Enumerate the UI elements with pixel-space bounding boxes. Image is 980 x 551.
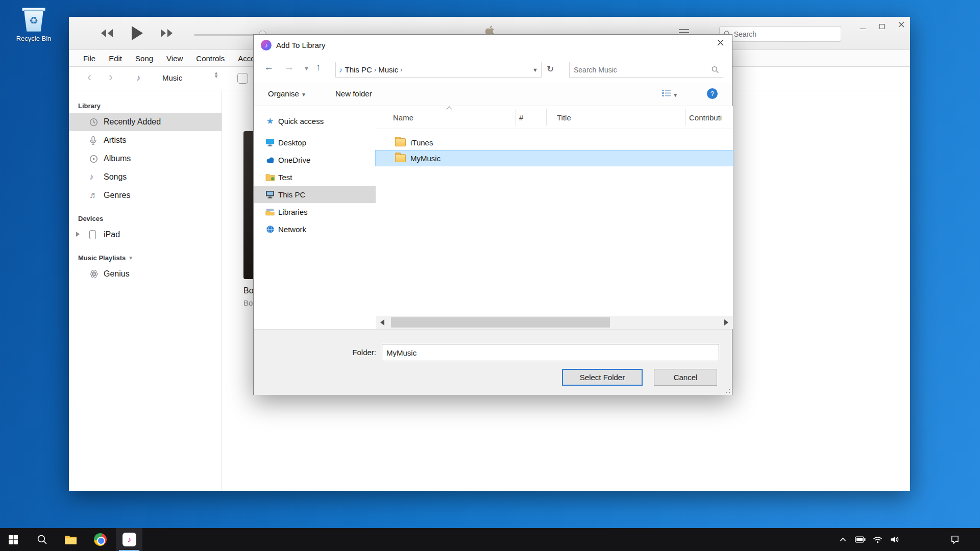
help-icon[interactable]: ? <box>707 88 718 99</box>
sidebar-item-genres[interactable]: ♬ Genres <box>69 186 222 205</box>
column-number[interactable]: # <box>519 113 523 122</box>
organise-menu-button[interactable]: Organise ▼ <box>268 89 306 98</box>
recycle-bin-icon: ♻ <box>22 6 45 33</box>
select-folder-button[interactable]: Select Folder <box>562 369 643 386</box>
itunes-taskbar-button[interactable]: ♪ <box>116 528 142 551</box>
sort-ascending-icon[interactable] <box>446 106 452 112</box>
scroll-left-icon[interactable] <box>380 319 384 325</box>
horizontal-scrollbar[interactable] <box>376 316 733 329</box>
breadcrumb-this-pc[interactable]: This PC <box>343 65 374 74</box>
nav-item-quick-access[interactable]: ★ Quick access <box>254 112 376 130</box>
itunes-search-box <box>719 26 841 42</box>
sidebar-item-artists[interactable]: Artists <box>69 131 222 149</box>
volume-icon[interactable] <box>886 528 903 551</box>
nav-item-this-pc[interactable]: This PC <box>254 186 376 203</box>
dialog-file-list: Name # Title Contributi iTunes MyMusic <box>376 106 733 316</box>
scrollbar-thumb[interactable] <box>391 317 610 328</box>
sidebar-item-label: iPad <box>104 230 120 239</box>
dialog-navigation-row: ← → ▼ ↑ ♪ This PC › Music › ▼ ↻ <box>254 58 732 82</box>
address-dropdown-icon[interactable]: ▼ <box>532 67 538 73</box>
itunes-search-input[interactable] <box>734 30 837 38</box>
action-center-icon[interactable] <box>945 528 963 551</box>
taskbar-search-button[interactable] <box>29 528 55 551</box>
breadcrumb-chevron-icon[interactable]: › <box>400 66 402 73</box>
folder-field-label: Folder: <box>315 348 376 357</box>
nav-forward-icon[interactable]: → <box>284 62 294 73</box>
battery-icon[interactable] <box>851 528 869 551</box>
menu-file[interactable]: File <box>83 54 95 63</box>
file-row-itunes[interactable]: iTunes <box>376 135 733 150</box>
rewind-button[interactable] <box>100 28 114 40</box>
devices-heading: Devices <box>69 211 222 226</box>
dialog-search-input[interactable] <box>574 66 712 74</box>
media-selector-stepper[interactable]: ▲▼ <box>214 71 218 79</box>
dialog-nav-pane: ★ Quick access Desktop OneDrive Test <box>254 106 376 316</box>
menu-song[interactable]: Song <box>135 54 153 63</box>
sidebar-item-label: Artists <box>104 136 126 145</box>
menu-view[interactable]: View <box>166 54 183 63</box>
dialog-close-icon[interactable] <box>708 35 732 52</box>
nav-history-chevron-icon[interactable]: ▼ <box>304 65 309 71</box>
sidebar-item-albums[interactable]: Albums <box>69 149 222 168</box>
column-contributing[interactable]: Contributi <box>689 113 722 122</box>
column-name[interactable]: Name <box>393 113 413 122</box>
view-options-icon[interactable]: ▼ <box>662 89 678 98</box>
windows-logo-icon <box>9 535 18 544</box>
sidebar-item-ipad[interactable]: iPad <box>69 226 222 244</box>
close-button[interactable] <box>895 19 908 31</box>
nav-back-icon[interactable]: ← <box>264 62 274 73</box>
nav-item-test[interactable]: Test <box>254 168 376 186</box>
sidebar-item-genius[interactable]: Genius <box>69 265 222 283</box>
maximize-button[interactable] <box>875 19 889 31</box>
start-button[interactable] <box>0 528 27 551</box>
action-center <box>945 528 963 551</box>
nav-item-onedrive[interactable]: OneDrive <box>254 151 376 168</box>
nav-item-desktop[interactable]: Desktop <box>254 134 376 151</box>
media-selector[interactable]: Music <box>162 73 182 82</box>
refresh-icon[interactable]: ↻ <box>547 64 554 74</box>
cancel-button[interactable]: Cancel <box>654 369 717 386</box>
fast-forward-button[interactable] <box>160 28 174 40</box>
sidebar-item-label: Genius <box>104 269 130 279</box>
computer-icon <box>265 189 275 199</box>
column-title[interactable]: Title <box>557 113 571 122</box>
resize-grip[interactable] <box>725 388 730 393</box>
sidebar-item-recently-added[interactable]: Recently Added <box>69 113 222 131</box>
back-icon[interactable]: ‹ <box>87 70 91 84</box>
disclosure-triangle-icon[interactable] <box>76 232 80 237</box>
recycle-bin[interactable]: ♻ Recycle Bin <box>9 6 58 42</box>
chrome-button[interactable] <box>87 528 113 551</box>
sidebar-item-label: Songs <box>104 172 127 182</box>
menu-controls[interactable]: Controls <box>196 54 225 63</box>
libraries-icon <box>265 207 275 217</box>
user-folder-icon <box>265 172 275 182</box>
file-explorer-button[interactable] <box>57 528 84 551</box>
taskbar: ♪ <box>0 528 980 551</box>
itunes-icon: ♪ <box>122 533 136 546</box>
genius-atom-icon <box>89 269 104 279</box>
itunes-sidebar: Library Recently Added Artists Albums <box>69 91 222 491</box>
nav-item-libraries[interactable]: Libraries <box>254 203 376 220</box>
minimize-button[interactable] <box>856 19 869 31</box>
tray-chevron-icon[interactable] <box>834 528 851 551</box>
play-button[interactable] <box>129 25 144 43</box>
address-bar[interactable]: ♪ This PC › Music › ▼ <box>335 62 542 78</box>
chevron-down-icon[interactable]: ▼ <box>128 255 133 261</box>
folder-name-input[interactable] <box>382 344 719 361</box>
file-row-mymusic[interactable]: MyMusic <box>376 151 733 166</box>
miniplayer-icon[interactable] <box>237 73 248 84</box>
search-icon <box>37 535 47 544</box>
nav-up-icon[interactable]: ↑ <box>316 62 321 73</box>
forward-icon[interactable]: › <box>109 70 113 84</box>
network-wifi-icon[interactable] <box>869 528 886 551</box>
folder-icon <box>395 138 406 146</box>
system-tray <box>834 528 903 551</box>
nav-item-network[interactable]: Network <box>254 220 376 238</box>
sidebar-item-label: Genres <box>104 191 130 200</box>
menu-edit[interactable]: Edit <box>109 54 122 63</box>
scroll-right-icon[interactable] <box>724 319 728 325</box>
microphone-icon <box>89 136 104 145</box>
new-folder-button[interactable]: New folder <box>335 89 372 98</box>
sidebar-item-songs[interactable]: ♪ Songs <box>69 168 222 186</box>
breadcrumb-music[interactable]: Music <box>376 65 400 74</box>
